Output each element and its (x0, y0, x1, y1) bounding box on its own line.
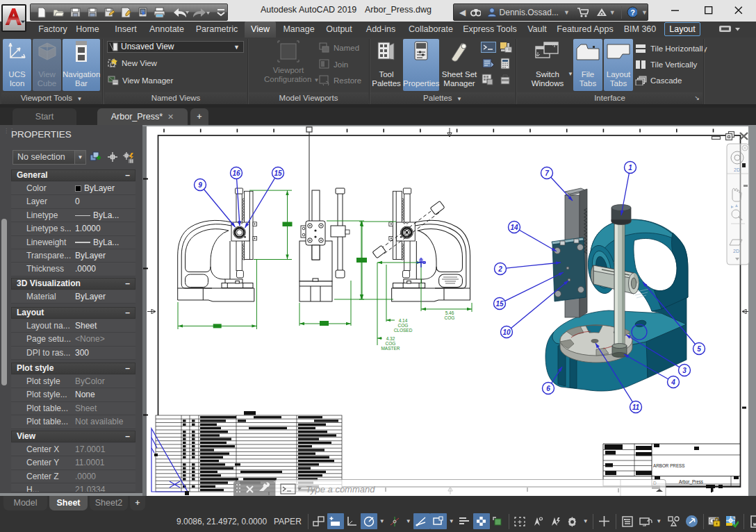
svg-text:4: 4 (671, 379, 675, 386)
svg-text:2D: 2D (734, 167, 740, 172)
svg-text:4.32: 4.32 (386, 336, 395, 341)
svg-text:Type a command: Type a command (306, 484, 375, 494)
svg-text:7: 7 (545, 169, 549, 177)
svg-text:14: 14 (510, 224, 518, 231)
svg-text:15: 15 (495, 300, 504, 308)
svg-text:5: 5 (697, 345, 701, 353)
svg-text:3: 3 (682, 367, 687, 374)
svg-text:COG: COG (398, 323, 409, 328)
svg-text:6: 6 (546, 385, 550, 392)
svg-text:15: 15 (274, 169, 282, 177)
svg-text:COG: COG (445, 315, 455, 320)
svg-text:COG: COG (386, 341, 396, 346)
svg-text:2D: 2D (733, 249, 739, 253)
svg-text:ARBOR PRESS: ARBOR PRESS (653, 463, 685, 468)
svg-text:Arbor_Press: Arbor_Press (679, 479, 703, 485)
svg-text:?: ? (631, 8, 636, 17)
svg-text:CLOSED: CLOSED (394, 328, 413, 333)
svg-text:MASTER: MASTER (381, 346, 400, 351)
svg-text:5.46: 5.46 (445, 310, 454, 315)
svg-text:16: 16 (232, 169, 240, 177)
svg-text:10: 10 (502, 329, 511, 336)
svg-text:2: 2 (498, 265, 502, 273)
svg-text:9: 9 (198, 181, 202, 189)
svg-text:4.14: 4.14 (399, 318, 408, 323)
svg-text:11: 11 (632, 404, 640, 411)
svg-text:D: D (653, 481, 657, 485)
svg-text:1: 1 (628, 164, 632, 172)
